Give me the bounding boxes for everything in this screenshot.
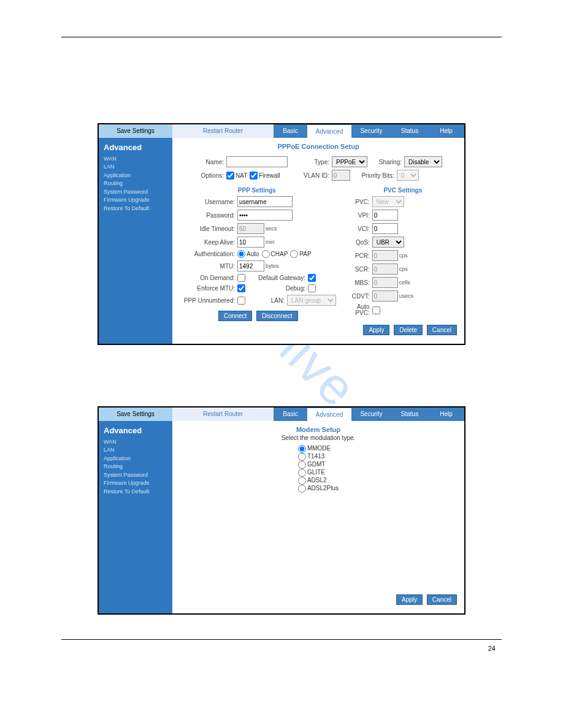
sidebar-item-firmware-upgrade[interactable]: Firmware Upgrade [104,196,167,205]
sidebar-item-restore-default-2[interactable]: Restore To Default [104,488,167,496]
restart-router-button[interactable]: Restart Router [172,124,274,138]
sidebar-item-application[interactable]: Application [104,172,167,180]
apply-button-2[interactable]: Apply [396,594,423,605]
cancel-button[interactable]: Cancel [427,325,457,335]
vci-input[interactable] [372,223,398,234]
pcr-unit: cps [398,252,408,259]
modem-setup-subtitle: Select the modulation type. [176,434,461,441]
default-gateway-checkbox[interactable] [308,274,316,282]
sidebar-item-firmware-upgrade-2[interactable]: Firmware Upgrade [104,479,167,488]
sidebar-item-system-password[interactable]: System Password [104,188,167,197]
name-label: Name: [176,159,226,165]
pppoe-panel: Save Settings Restart Router Basic Advan… [98,123,465,345]
sidebar-item-lan-2[interactable]: LAN [104,446,167,455]
tab-status-2[interactable]: Status [391,408,428,421]
horizontal-rule-bottom [61,639,502,640]
scr-input [372,264,398,275]
top-nav-2: Save Settings Restart Router Basic Advan… [99,408,464,421]
save-settings-button-2[interactable]: Save Settings [99,408,172,421]
on-demand-checkbox[interactable] [237,274,245,282]
on-demand-label: On Demand: [176,275,237,281]
tab-basic-2[interactable]: Basic [274,408,307,421]
cancel-button-2[interactable]: Cancel [427,594,457,605]
auth-auto-radio[interactable] [237,250,245,258]
auth-chap-label: CHAP [271,251,288,257]
idle-timeout-input [237,223,264,234]
cdvt-unit: usecs [398,293,414,299]
lan-select: LAN group [287,295,336,306]
tab-security-2[interactable]: Security [351,408,391,421]
top-nav: Save Settings Restart Router Basic Advan… [99,124,464,138]
sidebar-item-restore-default[interactable]: Restore To Default [104,205,167,213]
auth-auto-label: Auto [247,251,259,257]
ppp-unnumbered-checkbox[interactable] [237,297,245,305]
tab-basic[interactable]: Basic [274,124,307,138]
radio-glite[interactable] [298,469,306,477]
sidebar-item-routing[interactable]: Routing [104,180,167,188]
radio-t1413[interactable] [298,453,306,461]
sidebar-item-routing-2[interactable]: Routing [104,463,167,471]
mtu-unit: bytes [264,263,279,269]
password-input[interactable] [237,210,293,221]
enforce-mtu-checkbox[interactable] [237,284,245,292]
debug-checkbox[interactable] [308,284,316,292]
pppoe-content: PPPoE Connection Setup Name: Type: PPPoE… [172,138,464,344]
type-select[interactable]: PPPoE [332,156,367,167]
tab-security[interactable]: Security [351,124,391,138]
pvc-settings-heading: PVC Settings [345,187,461,194]
radio-gdmt[interactable] [298,461,306,469]
tab-advanced-2[interactable]: Advanced [307,408,351,421]
qos-label: QoS: [345,239,372,246]
auto-pvc-checkbox[interactable] [372,306,380,314]
connect-button[interactable]: Connect [218,311,252,321]
auth-pap-radio[interactable] [290,250,298,258]
tab-advanced[interactable]: Advanced [307,124,351,138]
modem-content: Modem Setup Select the modulation type. … [172,421,464,613]
tab-help-2[interactable]: Help [428,408,464,421]
firewall-checkbox[interactable] [250,172,258,180]
sidebar-item-wan[interactable]: WAN [104,155,167,164]
disconnect-button[interactable]: Disconnect [256,311,297,321]
qos-select[interactable]: UBR [372,237,404,248]
mtu-input[interactable] [237,260,264,271]
type-label: Type: [288,159,332,165]
delete-button[interactable]: Delete [394,325,423,335]
pppoe-title: PPPoE Connection Setup [176,143,461,150]
pvc-label: PVC: [345,199,372,205]
username-input[interactable] [237,196,293,207]
radio-adsl2[interactable] [298,477,306,485]
sharing-select[interactable]: Disable [404,156,442,167]
modulation-list: MMODE T1413 GDMT GLITE ADSL2 ADSL2Plus [298,445,339,493]
radio-glite-label: GLITE [307,469,325,476]
horizontal-rule-top [61,37,502,37]
keep-alive-input[interactable] [237,237,264,248]
mbs-unit: cells [398,279,410,286]
tab-status[interactable]: Status [391,124,428,138]
radio-gdmt-label: GDMT [307,461,325,468]
nat-checkbox[interactable] [226,172,234,180]
cdvt-label: CDVT: [345,293,372,300]
name-input[interactable] [226,156,288,167]
page-number: 24 [488,645,496,652]
default-gateway-label: Default Gateway: [247,275,308,281]
save-settings-button[interactable]: Save Settings [99,124,172,138]
ppp-unnumbered-label: PPP Unnumbered: [176,297,237,304]
vpi-input[interactable] [372,210,398,221]
sidebar-item-application-2[interactable]: Application [104,455,167,463]
lan-label: LAN: [247,297,287,304]
radio-mmode[interactable] [298,445,306,453]
sidebar-item-lan[interactable]: LAN [104,163,167,172]
sidebar-item-system-password-2[interactable]: System Password [104,471,167,480]
ppp-settings-heading: PPP Settings [176,187,338,194]
tab-help[interactable]: Help [428,124,464,138]
restart-router-button-2[interactable]: Restart Router [172,408,274,421]
sidebar-item-wan-2[interactable]: WAN [104,438,167,447]
nat-label: NAT [236,172,247,179]
sidebar: Advanced WAN LAN Application Routing Sys… [99,138,172,344]
options-label: Options: [176,172,226,179]
apply-button[interactable]: Apply [363,325,389,335]
firewall-label: Firewall [259,172,280,179]
auth-chap-radio[interactable] [262,250,270,258]
sidebar-heading-2: Advanced [104,425,167,437]
radio-adsl2plus[interactable] [298,485,306,493]
